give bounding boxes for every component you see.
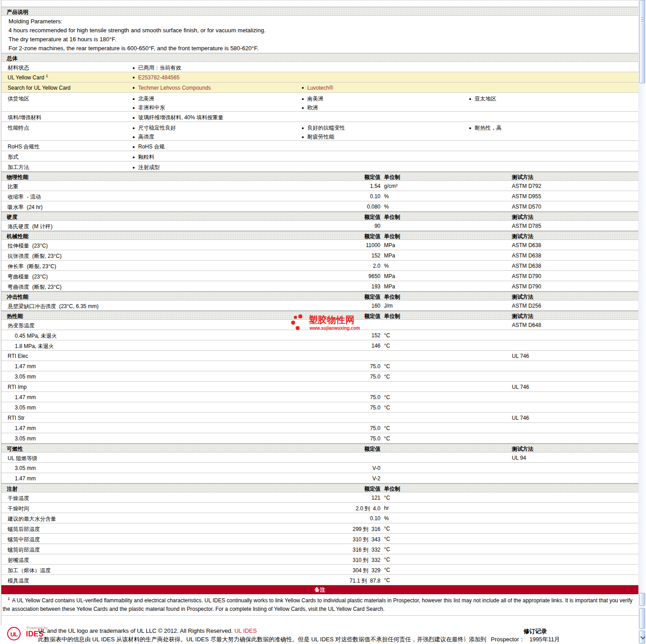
luvotech-link[interactable]: Luvotech® [307, 85, 333, 91]
row-label: 1.47 mm [15, 394, 36, 400]
row-value: 121 [268, 495, 380, 501]
row-label: 射嘴温度 [8, 557, 29, 564]
general-row-features: 性能特点 尺寸稳定性良好 良好的抗蠕变性 耐热性，高 高强度 耐疲劳性能 [1, 122, 638, 141]
general-row-search-yellow-card: Search for UL Yellow Card Techmer Lehvos… [1, 83, 638, 93]
row-label: 3.05 mm [15, 435, 36, 442]
row-unit: °C [384, 495, 390, 501]
row-unit: MPa [384, 242, 395, 248]
section-title: 可燃性 [7, 445, 23, 453]
row-value: 耐热性，高 [475, 124, 502, 132]
property-row-elongation: 伸长率 (断裂, 23°C)2.0%ASTM D638 [1, 261, 638, 271]
section-title: 总体 [7, 55, 17, 62]
general-row-form: 形式 颗粒料 [1, 151, 638, 161]
row-value: 1.54 [268, 183, 380, 189]
techmer-link[interactable]: Techmer Lehvoss Compounds [138, 85, 211, 91]
revision-title: 修订记录 [468, 627, 602, 635]
row-method: ASTM D648 [512, 322, 541, 328]
row-value: 已商用：当前有效 [138, 64, 181, 72]
row-label: Search for UL Yellow Card [8, 85, 70, 91]
row-label: 弯曲模量 (23°C) [8, 273, 48, 281]
row-unit: hr [384, 505, 389, 511]
row-label: 伸长率 (断裂, 23°C) [8, 263, 56, 270]
row-label: 形式 [8, 153, 18, 161]
row-value: 75.0 [268, 363, 380, 370]
property-row-rti-imp-305: 3.05 mm75.0°C [1, 402, 638, 413]
column-header-unit: 单位制 [384, 313, 400, 320]
row-value: 高强度 [138, 133, 154, 141]
property-row-nozzle-temp: 射嘴温度310 到 332°C [1, 554, 638, 565]
row-method: ASTM D638 [512, 263, 541, 269]
row-value: 152 [268, 332, 380, 339]
scrollbar-thumb[interactable] [639, 0, 645, 83]
row-method: ASTM D785 [512, 223, 541, 229]
column-header-unit: 单位制 [384, 293, 400, 301]
column-header-value: 额定值 [268, 445, 380, 453]
property-row-tensile-strength: 抗张强度 (断裂, 23°C)152MPaASTM D638 [1, 250, 638, 261]
row-unit: °C [384, 567, 390, 573]
row-method: UL 746 [512, 384, 529, 390]
scrollbar-up-button[interactable] [639, 593, 645, 606]
revision-value: 添加到Prospector：1995年11月 [469, 635, 564, 644]
row-method: ASTM D955 [512, 193, 541, 200]
bullet-icon [133, 136, 135, 138]
row-value: 非洲和中东 [138, 104, 165, 112]
general-row-ul-yellow-card: UL Yellow Card 1 E253782-484565 [1, 72, 638, 83]
row-value: 耐疲劳性能 [307, 133, 334, 141]
row-label: 比重 [8, 183, 18, 191]
row-label: 悬壁梁缺口冲击强度 (23°C, 6.35 mm) [8, 303, 99, 310]
row-unit: % [384, 193, 389, 200]
section-header-thermal: 热性能 额定值 单位制 测试方法 [1, 311, 638, 320]
row-value: 75.0 [268, 405, 380, 411]
row-value: 亚太地区 [475, 95, 496, 103]
column-header-method: 测试方法 [512, 445, 533, 453]
section-title: 产品说明 [7, 9, 28, 16]
column-header-unit: 单位制 [384, 485, 400, 493]
row-label: 螺筒后部温度 [8, 526, 40, 533]
row-value: 0.080 [268, 204, 380, 210]
property-row-mold-temp: 模具温度71.1 到 87.8°C [1, 575, 638, 585]
row-label: 1.47 mm [15, 425, 36, 431]
row-label: 加工（熔体）温度 [8, 567, 51, 574]
datasheet-content: 产品说明 Molding Parameters: 4 hours recomme… [1, 0, 639, 625]
row-method: ASTM D792 [512, 183, 541, 189]
column-header-unit: 单位制 [384, 213, 400, 221]
bullet-icon [133, 77, 135, 78]
property-row-flexural-modulus: 弯曲模量 (23°C)9650MPaASTM D790 [1, 271, 638, 281]
yellow-card-link[interactable]: E253782-484565 [138, 74, 179, 81]
row-unit: % [384, 515, 389, 522]
row-value: 75.0 [268, 425, 380, 431]
scrollbar-down-button[interactable] [639, 631, 645, 644]
row-label: 干燥温度 [8, 495, 29, 502]
row-label: 1.47 mm [15, 475, 36, 482]
section-title: 冲击性能 [7, 293, 28, 301]
row-label: RTI Str [8, 415, 25, 421]
inner-scrollbar-thumb[interactable] [639, 608, 645, 629]
row-value: V-2 [268, 475, 380, 482]
molding-parameters-block: Molding Parameters: 4 hours recommended … [1, 16, 638, 53]
row-unit: J/m [384, 303, 393, 309]
property-row-flamm-147: 1.47 mmV-2 [1, 473, 638, 483]
property-row-rti-str: RTI StrUL 746 [1, 413, 638, 423]
general-row-filler: 填料/增强材料 玻璃纤维增强材料, 40% 填料按重量 [1, 112, 638, 122]
row-method: ASTM D256 [512, 303, 541, 309]
footer: UL Powered by IDES UL and the UL logo ar… [1, 624, 638, 644]
row-label: 建议的最大水分含量 [8, 515, 56, 523]
general-row-availability: 供货地区 北美洲 南美洲 亚太地区 非洲和中东 欧洲 [1, 93, 638, 112]
row-label: 抗张强度 (断裂, 23°C) [8, 252, 61, 260]
column-header-method: 测试方法 [512, 313, 533, 320]
row-label: 模具温度 [8, 577, 29, 585]
row-value: 193 [268, 283, 380, 290]
row-label: 收缩率 - 流动 [8, 193, 41, 201]
ul-ides-link[interactable]: UL IDES [234, 627, 257, 634]
property-row-hdt: 热变形温度ASTM D648 [1, 320, 638, 330]
row-unit: °C [384, 343, 390, 349]
property-row-dry-temp: 干燥温度121°C [1, 492, 638, 503]
property-row-rti-elec-147: 1.47 mm75.0°C [1, 361, 638, 371]
vertical-scrollbar[interactable] [638, 0, 646, 644]
row-method: UL 746 [512, 415, 529, 421]
property-row-water-absorption: 吸水率 (24 hr)0.080%ASTM D570 [1, 201, 638, 212]
row-unit: °C [384, 536, 390, 542]
row-label: 加工方法 [8, 164, 29, 171]
bullet-icon [133, 127, 135, 129]
column-header-unit: 单位制 [384, 174, 400, 181]
